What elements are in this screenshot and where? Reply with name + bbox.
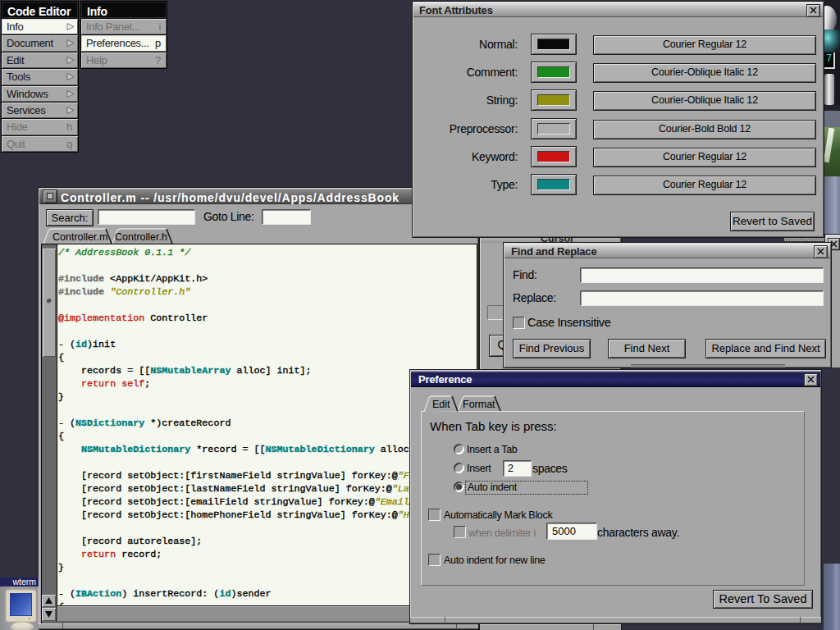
svg-text:Format: Format bbox=[463, 399, 495, 410]
svg-text:Controller.m: Controller.m bbox=[52, 231, 107, 243]
svg-text:Controller.h: Controller.h bbox=[115, 231, 167, 243]
svg-text:Edit: Edit bbox=[432, 399, 450, 410]
